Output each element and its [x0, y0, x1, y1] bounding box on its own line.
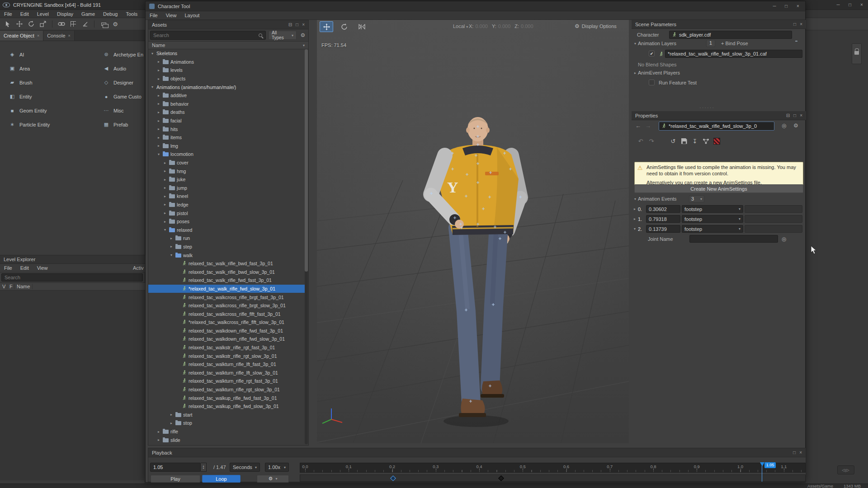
side-lock-strip[interactable] — [852, 43, 862, 64]
assets-dock-icon[interactable]: ⊟ — [288, 22, 292, 27]
tab-close-icon[interactable]: × — [68, 33, 71, 38]
tree-item-run[interactable]: ▸run — [148, 234, 305, 243]
tree-item-deaths[interactable]: ▸deaths — [148, 108, 305, 117]
menu-display[interactable]: Display — [53, 10, 77, 18]
tree-expander-icon[interactable]: ▸ — [169, 421, 174, 425]
tree-item-step[interactable]: ▸step — [148, 243, 305, 251]
column-frozen[interactable]: F — [7, 284, 14, 289]
tree-item-behavior[interactable]: ▸behavior — [148, 100, 305, 108]
ct-maximize-button[interactable]: □ — [783, 4, 790, 9]
layers-button[interactable] — [99, 19, 108, 29]
character-file-field[interactable]: sdk_player.cdf — [669, 31, 792, 39]
tree-item-juke[interactable]: ▸juke — [148, 175, 305, 184]
tree-expander-icon[interactable]: ▸ — [163, 220, 167, 224]
tree-item-animations[interactable]: ▸Animations — [148, 58, 305, 66]
tree-item-kneel[interactable]: ▸kneel — [148, 192, 305, 201]
scene-close-icon[interactable]: × — [800, 22, 802, 27]
display-options-button[interactable]: ⚙ Display Options — [575, 23, 617, 29]
tree-item-objects[interactable]: ▸objects — [148, 75, 305, 83]
tree-expander-icon[interactable]: ▸ — [169, 244, 174, 249]
loop-button[interactable]: Loop — [202, 475, 241, 483]
spin-down-icon[interactable]: ▾ — [203, 467, 204, 469]
tree-item-animations-animations-human-male[interactable]: ▾Animations (animations/human/male/) — [148, 83, 305, 91]
tree-expander-icon[interactable]: ▾ — [150, 52, 155, 56]
menu-debug[interactable]: Debug — [99, 10, 122, 18]
event-expander-icon[interactable]: ▸ — [632, 217, 638, 221]
tree-item-hits[interactable]: ▸hits — [148, 125, 305, 133]
tree-item-walk[interactable]: ▾walk — [148, 251, 305, 259]
tree-item-jump[interactable]: ▸jump — [148, 184, 305, 192]
scale-tool-button[interactable] — [38, 19, 48, 29]
vp-rotate-tool-button[interactable] — [337, 21, 351, 32]
select-tool-button[interactable] — [3, 19, 13, 29]
tree-item-stop[interactable]: ▸stop — [148, 419, 305, 427]
tree-item-rifle[interactable]: ▸rifle — [148, 427, 305, 436]
timeline-track[interactable] — [300, 474, 806, 482]
tree-item-relaxed-tac-walkcross-rifle-flft-slow-3p-01[interactable]: *relaxed_tac_walkcross_rifle_flft_slow_3… — [148, 318, 305, 327]
column-visibility[interactable]: V — [0, 284, 7, 289]
vp-flip-tool-button[interactable] — [355, 21, 368, 32]
level-explorer-body[interactable] — [0, 291, 145, 480]
event-marker-0[interactable] — [390, 475, 396, 481]
le-menu-file[interactable]: File — [0, 264, 16, 272]
undo-icon[interactable]: ↶ — [635, 136, 646, 145]
time-input[interactable] — [150, 463, 201, 472]
panel-splitter-handle[interactable]: ······ — [699, 105, 715, 110]
tree-item-additive[interactable]: ▸additive — [148, 91, 305, 100]
tree-item-relaxed-tac-walk-rifle-fwd-slow-3p-01[interactable]: *relaxed_tac_walk_rifle_fwd_slow_3p_01 — [148, 285, 305, 293]
nav-item-pill[interactable]: *relaxed_tac_walk_rifle_fwd_slow_3p_0 — [659, 122, 774, 131]
close-button[interactable]: × — [858, 2, 865, 7]
tree-expander-icon[interactable]: ▸ — [169, 236, 174, 240]
tree-item-lmg[interactable]: ▸lmg — [148, 142, 305, 150]
tree-item-start[interactable]: ▸start — [148, 411, 305, 419]
maximize-button[interactable]: □ — [846, 2, 854, 7]
properties-dock-icon[interactable]: ⊟ — [786, 113, 790, 118]
layer-enabled-checkbox[interactable]: ✔ — [649, 51, 655, 56]
menu-file[interactable]: File — [0, 10, 16, 18]
tree-expander-icon[interactable]: ▾ — [156, 152, 161, 156]
object-item-designer[interactable]: ◇Designer — [103, 75, 151, 89]
event-time-field[interactable]: 0.13739 — [646, 225, 680, 233]
create-animsettings-button[interactable]: Create New AnimSettings — [634, 184, 803, 193]
ct-close-button[interactable]: × — [794, 4, 802, 9]
space-mode-dropdown[interactable]: Local ▾ — [453, 23, 468, 29]
tree-item-relaxed-tac-walkdown-rifle-fwd-fast-3p-01[interactable]: relaxed_tac_walkdown_rifle_fwd_fast_3p_0… — [148, 327, 305, 335]
tree-expander-icon[interactable]: ▸ — [156, 68, 161, 72]
tree-expander-icon[interactable]: ▸ — [156, 119, 161, 123]
play-button[interactable]: Play — [151, 475, 200, 483]
tree-item-slide[interactable]: ▸slide — [148, 436, 305, 444]
menu-edit[interactable]: Edit — [16, 10, 33, 18]
code-toggle-button[interactable]: ◁|▷ — [837, 465, 854, 474]
viewport[interactable]: Y — [317, 20, 629, 443]
save-button[interactable] — [679, 136, 689, 145]
ct-menu-layout[interactable]: Layout — [180, 12, 203, 19]
revert-icon[interactable]: ↺ — [668, 136, 679, 145]
tree-item-relaxed-tac-walkcross-rifle-brgt-fast-3p-01[interactable]: relaxed_tac_walkcross_rifle_brgt_fast_3p… — [148, 293, 305, 301]
events-count-dropdown[interactable]: 3 ▾ — [689, 195, 704, 202]
tree-item-relaxed-tac-walkdown-rifle-fwd-slow-3p-01[interactable]: relaxed_tac_walkdown_rifle_fwd_slow_3p_0… — [148, 335, 305, 343]
tree-expander-icon[interactable]: ▸ — [156, 136, 161, 140]
tree-item-skeletons[interactable]: ▾Skeletons — [148, 49, 305, 58]
assets-close-icon[interactable]: × — [302, 22, 305, 27]
move-tool-button[interactable] — [14, 19, 24, 29]
tree-expander-icon[interactable]: ▸ — [156, 77, 161, 81]
tree-expander-icon[interactable]: ▸ — [156, 438, 161, 442]
joint-picker-icon[interactable]: ◎ — [782, 236, 786, 242]
tree-expander-icon[interactable]: ▸ — [156, 94, 161, 98]
tree-expander-icon[interactable]: ▾ — [169, 253, 174, 257]
vp-move-tool-button[interactable] — [320, 21, 333, 32]
menu-game[interactable]: Game — [77, 10, 99, 18]
node-graph-button[interactable] — [700, 136, 711, 145]
tree-expander-icon[interactable]: ▸ — [169, 413, 174, 417]
tree-item-relaxed-tac-walkup-rifle-fwd-slow-3p-01[interactable]: relaxed_tac_walkup_rifle_fwd_slow_3p_01 — [148, 402, 305, 411]
tree-expander-icon[interactable]: ▸ — [163, 194, 167, 198]
bind-pose-button[interactable]: + Bind Pose — [721, 41, 748, 46]
assets-tree-header[interactable]: Name ▾ — [148, 41, 308, 49]
type-filter-dropdown[interactable]: All Types ▾ — [269, 31, 297, 40]
nav-back-button[interactable]: ← — [635, 122, 641, 129]
tree-item-relaxed-tac-walkcross-rifle-brgt-slow-3p-01[interactable]: relaxed_tac_walkcross_rifle_brgt_slow_3p… — [148, 301, 305, 310]
tree-item-relaxed-tac-walkcross-rifle-flft-fast-3p-01[interactable]: relaxed_tac_walkcross_rifle_flft_fast_3p… — [148, 310, 305, 318]
properties-gear-icon[interactable]: ⚙ — [793, 122, 798, 129]
object-item-geom-entity[interactable]: ■Geom Entity — [9, 103, 103, 117]
tree-expander-icon[interactable]: ▸ — [156, 110, 161, 114]
